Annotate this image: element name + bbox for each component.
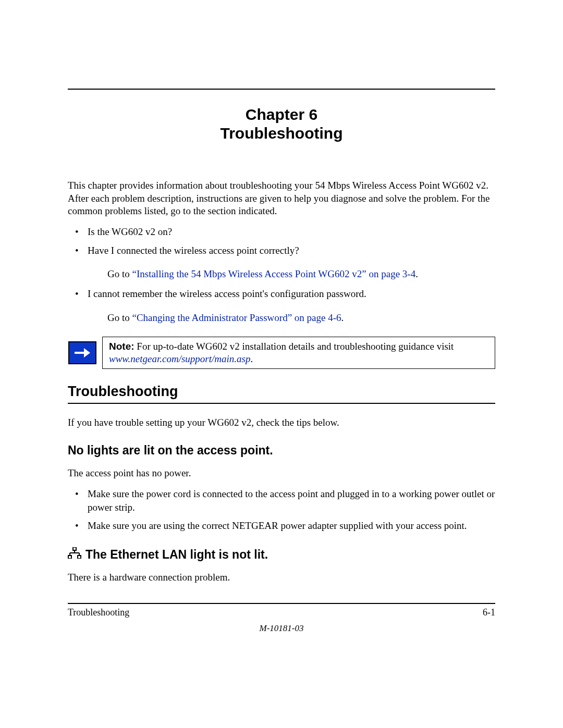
svg-rect-2 — [73, 547, 76, 550]
note-label: Note: — [109, 341, 134, 352]
goto-suffix: . — [415, 268, 418, 279]
subheading-no-lights: No lights are lit on the access point. — [68, 443, 495, 458]
note-suffix: . — [250, 353, 253, 364]
subheading-ethernet: The Ethernet LAN light is not lit. — [68, 547, 495, 562]
chapter-title: Chapter 6 Troubleshooting — [68, 105, 495, 143]
goto-line: Go to “Changing the Administrator Passwo… — [68, 311, 495, 325]
footer-page-number: 6-1 — [483, 607, 495, 618]
subheading-text: The Ethernet LAN light is not lit. — [85, 548, 268, 562]
footer-section-name: Troubleshooting — [68, 607, 129, 618]
list-item: Have I connected the wireless access poi… — [68, 244, 495, 257]
chapter-name: Troubleshooting — [68, 124, 495, 143]
list-item: Make sure the power cord is connected to… — [68, 487, 495, 514]
arrow-note-icon — [68, 341, 96, 364]
chapter-number: Chapter 6 — [68, 105, 495, 124]
section-heading-troubleshooting: Troubleshooting — [68, 384, 495, 404]
problem-list-cont: I cannot remember the wireless access po… — [68, 287, 495, 301]
intro-paragraph: This chapter provides information about … — [68, 179, 495, 218]
note-body: For up-to-date WG602 v2 installation det… — [134, 341, 454, 352]
xref-link-password[interactable]: “Changing the Administrator Password” on… — [132, 312, 341, 323]
goto-line: Go to “Installing the 54 Mbps Wireless A… — [68, 267, 495, 281]
list-item: Make sure you are using the correct NETG… — [68, 519, 495, 533]
problem-list: Is the WG602 v2 on? Have I connected the… — [68, 225, 495, 257]
footer-rule: Troubleshooting 6-1 M-10181-03 — [68, 603, 495, 634]
svg-marker-1 — [84, 348, 90, 357]
subheading-text: No lights are lit on the access point. — [68, 443, 273, 458]
note-box: Note: For up-to-date WG602 v2 installati… — [68, 337, 495, 369]
note-icon-container — [68, 337, 97, 369]
sub-lead: There is a hardware connection problem. — [68, 571, 495, 584]
ethernet-icon — [68, 547, 81, 562]
goto-prefix: Go to — [107, 312, 132, 323]
goto-prefix: Go to — [107, 268, 132, 279]
list-item: I cannot remember the wireless access po… — [68, 287, 495, 301]
note-text: Note: For up-to-date WG602 v2 installati… — [102, 337, 495, 369]
top-rule — [68, 89, 495, 90]
sub-lead: The access point has no power. — [68, 467, 495, 480]
list-item: Is the WG602 v2 on? — [68, 225, 495, 239]
goto-suffix: . — [341, 312, 344, 323]
svg-rect-8 — [78, 556, 81, 559]
section-intro: If you have trouble setting up your WG60… — [68, 416, 495, 429]
note-url-link[interactable]: www.netgear.com/support/main.asp — [109, 353, 250, 364]
svg-rect-7 — [68, 556, 71, 559]
footer-line: Troubleshooting 6-1 — [68, 607, 495, 618]
fix-list: Make sure the power cord is connected to… — [68, 487, 495, 533]
xref-link-install[interactable]: “Installing the 54 Mbps Wireless Access … — [132, 268, 416, 279]
footer-doc-id: M-10181-03 — [68, 623, 495, 634]
